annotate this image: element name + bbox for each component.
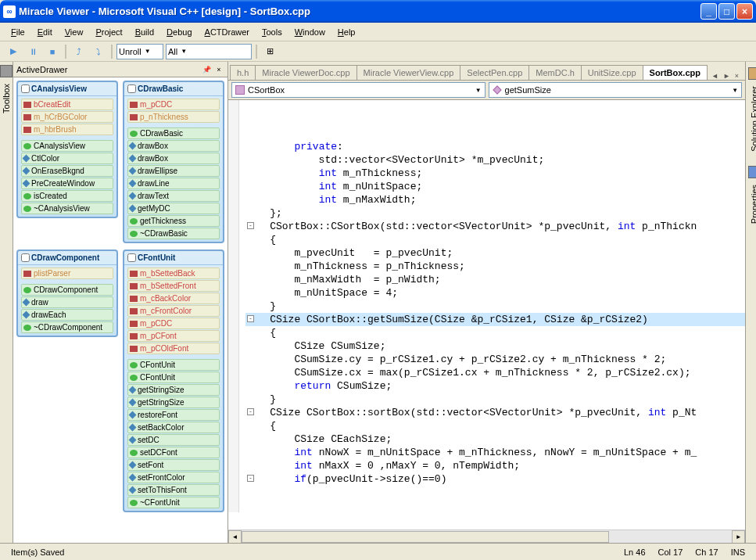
class-method[interactable]: setFont <box>127 459 220 471</box>
tab-next-button[interactable]: ► <box>722 72 732 80</box>
class-field[interactable]: m_hCrBGColor <box>21 111 113 123</box>
menu-tools[interactable]: Tools <box>256 25 288 39</box>
class-field[interactable]: m_cFrontColor <box>127 305 220 317</box>
class-method[interactable]: PreCreateWindow <box>21 178 113 189</box>
class-method[interactable]: restoreFont <box>127 409 220 421</box>
class-method[interactable]: CDrawComponent <box>21 284 113 296</box>
pin-button[interactable]: 📌 <box>201 64 212 75</box>
step-out-button[interactable]: ⤴ <box>70 43 88 60</box>
code-editor[interactable]: private: std::vector<SVectorUnit> *m_pve… <box>228 100 745 529</box>
file-tab[interactable]: Miracle ViewerView.cpp <box>357 65 461 80</box>
play-button[interactable]: ▶ <box>5 43 22 60</box>
class-method[interactable]: getThickness <box>127 215 220 227</box>
class-checkbox[interactable] <box>127 84 136 93</box>
scroll-right-button[interactable]: ► <box>732 530 745 543</box>
class-checkbox[interactable] <box>21 253 30 262</box>
class-box[interactable]: CDrawBasicm_pCDCp_nThicknessCDrawBasicdr… <box>123 81 224 243</box>
class-box[interactable]: CAnalysisViewbCreatEditm_hCrBGColorm_hbr… <box>16 81 118 218</box>
pause-button[interactable]: ⏸ <box>24 43 41 60</box>
menu-debug[interactable]: Debug <box>160 25 198 39</box>
minimize-button[interactable]: _ <box>700 3 717 20</box>
class-field[interactable]: m_pCDC <box>127 318 220 329</box>
class-field[interactable]: bCreatEdit <box>21 99 113 110</box>
class-method[interactable]: drawText <box>127 190 220 202</box>
file-tab[interactable]: h.h <box>230 65 256 80</box>
class-method[interactable]: getMyDC <box>127 203 220 214</box>
unroll-combo[interactable]: Unroll ▼ <box>116 44 163 59</box>
class-box[interactable]: CDrawComponentplistParserCDrawComponentd… <box>16 249 118 337</box>
solution-explorer-tab[interactable]: Solution Explorer <box>746 65 756 157</box>
panel-close-button[interactable]: × <box>213 64 224 75</box>
class-method[interactable]: drawBox <box>127 140 220 152</box>
file-tab[interactable]: SortBox.cpp <box>643 65 708 80</box>
maximize-button[interactable]: □ <box>718 3 735 20</box>
filter-combo[interactable]: All ▼ <box>166 44 252 59</box>
tab-prev-button[interactable]: ◄ <box>710 72 720 80</box>
file-tab[interactable]: MemDC.h <box>528 65 582 80</box>
menu-view[interactable]: View <box>59 25 90 39</box>
scroll-thumb[interactable] <box>242 531 609 543</box>
class-method[interactable]: CDrawBasic <box>127 127 220 139</box>
properties-tab[interactable]: Properties <box>746 163 756 229</box>
step-in-button[interactable]: ⤵ <box>90 43 107 60</box>
class-method[interactable]: setFrontColor <box>127 472 220 483</box>
class-checkbox[interactable] <box>21 84 30 93</box>
class-method[interactable]: ~CDrawComponent <box>21 321 113 333</box>
class-field[interactable]: m_bSettedBack <box>127 267 220 279</box>
scroll-track[interactable] <box>242 530 732 543</box>
file-tab[interactable]: SelectPen.cpp <box>460 65 529 80</box>
file-tab[interactable]: Miracle ViewerDoc.cpp <box>255 65 357 80</box>
toolbox-tab[interactable]: Toolbox <box>0 62 13 543</box>
class-field[interactable]: m_bSettedFront <box>127 280 220 292</box>
fold-button[interactable]: - <box>247 315 254 322</box>
menu-file[interactable]: File <box>5 25 31 39</box>
class-method[interactable]: setBackColor <box>127 422 220 433</box>
class-combo[interactable]: CSortBox ▼ <box>231 82 485 98</box>
class-checkbox[interactable] <box>127 253 136 262</box>
fold-button[interactable]: - <box>247 408 254 415</box>
class-method[interactable]: drawEach <box>21 309 113 321</box>
class-method[interactable]: CFontUnit <box>127 372 220 383</box>
class-method[interactable]: getStringSize <box>127 384 220 396</box>
tool-button[interactable]: ⊞ <box>261 43 278 60</box>
class-method[interactable]: drawEllipse <box>127 165 220 177</box>
class-field[interactable]: m_cBackColor <box>127 293 220 304</box>
class-method[interactable]: setDC <box>127 434 220 446</box>
member-combo[interactable]: getSumSize ▼ <box>489 82 743 98</box>
fold-button[interactable]: - <box>247 475 254 482</box>
class-field[interactable]: m_pCFont <box>127 330 220 342</box>
class-box[interactable]: CFontUnitm_bSettedBackm_bSettedFrontm_cB… <box>123 249 224 512</box>
class-field[interactable]: plistParser <box>21 267 113 279</box>
tab-close-button[interactable]: × <box>733 72 740 80</box>
class-method[interactable]: setDCFont <box>127 447 220 458</box>
class-field[interactable]: m_pCOldFont <box>127 343 220 354</box>
file-tab[interactable]: UnitSize.cpp <box>581 65 643 80</box>
class-method[interactable]: ~CAnalysisView <box>21 203 113 214</box>
menu-window[interactable]: Window <box>288 25 331 39</box>
horizontal-scrollbar[interactable]: ◄ ► <box>228 529 745 543</box>
class-method[interactable]: CtlColor <box>21 153 113 164</box>
class-field[interactable]: p_nThickness <box>127 111 220 123</box>
close-button[interactable]: × <box>736 3 753 20</box>
class-method[interactable]: OnEraseBkgnd <box>21 165 113 177</box>
menu-help[interactable]: Help <box>331 25 362 39</box>
scroll-left-button[interactable]: ◄ <box>228 530 242 543</box>
class-method[interactable]: CAnalysisView <box>21 140 113 152</box>
class-method[interactable]: CFontUnit <box>127 359 220 371</box>
stop-button[interactable]: ■ <box>44 43 61 60</box>
class-method[interactable]: getStringSize <box>127 397 220 408</box>
fold-button[interactable]: - <box>247 222 254 229</box>
class-method[interactable]: isCreated <box>21 190 113 202</box>
class-method[interactable]: ~CDrawBasic <box>127 228 220 239</box>
menu-edit[interactable]: Edit <box>31 25 59 39</box>
class-method[interactable]: ~CFontUnit <box>127 497 220 508</box>
class-method[interactable]: drawBox <box>127 153 220 164</box>
menu-project[interactable]: Project <box>89 25 128 39</box>
class-method[interactable]: draw <box>21 296 113 308</box>
menu-actdrawer[interactable]: ACTDrawer <box>199 25 256 39</box>
menu-build[interactable]: Build <box>129 25 160 39</box>
class-method[interactable]: drawLine <box>127 178 220 189</box>
class-field[interactable]: m_hbrBrush <box>21 124 113 135</box>
class-field[interactable]: m_pCDC <box>127 99 220 110</box>
class-method[interactable]: setToThisFont <box>127 484 220 496</box>
